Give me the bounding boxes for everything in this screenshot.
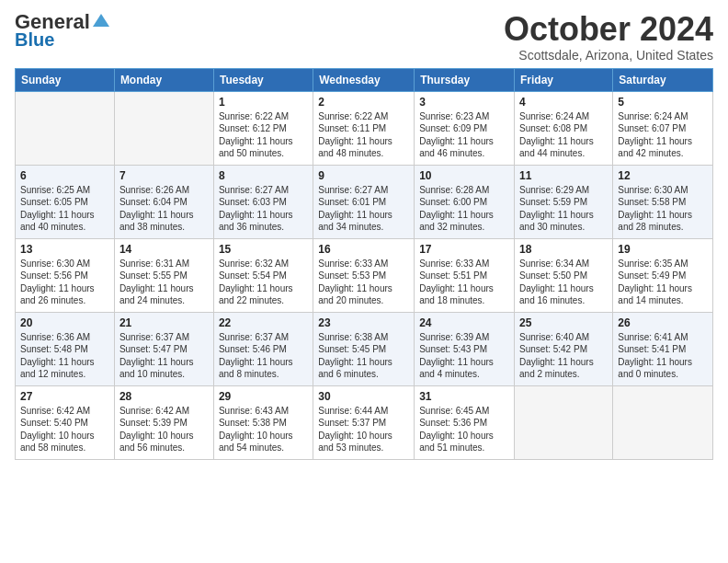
day-info: Sunrise: 6:44 AM Sunset: 5:37 PM Dayligh…: [318, 405, 409, 454]
calendar-table: SundayMondayTuesdayWednesdayThursdayFrid…: [15, 68, 713, 460]
day-number: 26: [618, 316, 708, 329]
calendar-cell: 17Sunrise: 6:33 AM Sunset: 5:51 PM Dayli…: [415, 238, 515, 312]
day-number: 1: [219, 96, 308, 109]
day-info: Sunrise: 6:37 AM Sunset: 5:47 PM Dayligh…: [119, 331, 209, 381]
day-info: Sunrise: 6:27 AM Sunset: 6:01 PM Dayligh…: [318, 184, 409, 234]
day-info: Sunrise: 6:41 AM Sunset: 5:41 PM Dayligh…: [618, 331, 708, 381]
day-number: 3: [419, 96, 509, 109]
calendar-cell: 11Sunrise: 6:29 AM Sunset: 5:59 PM Dayli…: [515, 165, 613, 238]
calendar-cell: 2Sunrise: 6:22 AM Sunset: 6:11 PM Daylig…: [313, 91, 415, 165]
calendar-cell: 23Sunrise: 6:38 AM Sunset: 5:45 PM Dayli…: [313, 312, 415, 385]
day-number: 27: [20, 390, 109, 403]
day-number: 23: [318, 316, 409, 329]
calendar-week-row: 27Sunrise: 6:42 AM Sunset: 5:40 PM Dayli…: [16, 385, 713, 459]
day-number: 7: [119, 169, 209, 182]
calendar-cell: 25Sunrise: 6:40 AM Sunset: 5:42 PM Dayli…: [515, 312, 613, 385]
calendar-week-row: 20Sunrise: 6:36 AM Sunset: 5:48 PM Dayli…: [16, 312, 713, 385]
day-info: Sunrise: 6:42 AM Sunset: 5:39 PM Dayligh…: [119, 405, 209, 454]
location: Scottsdale, Arizona, United States: [504, 48, 713, 63]
day-of-week-tuesday: Tuesday: [213, 68, 313, 91]
calendar-cell: 5Sunrise: 6:24 AM Sunset: 6:07 PM Daylig…: [613, 91, 713, 165]
calendar-header-row: SundayMondayTuesdayWednesdayThursdayFrid…: [16, 68, 713, 91]
day-info: Sunrise: 6:42 AM Sunset: 5:40 PM Dayligh…: [20, 405, 109, 454]
calendar-cell: [515, 385, 613, 459]
day-number: 14: [119, 243, 209, 256]
day-number: 2: [318, 96, 409, 109]
day-number: 22: [219, 316, 308, 329]
day-info: Sunrise: 6:43 AM Sunset: 5:38 PM Dayligh…: [219, 405, 308, 454]
title-area: October 2024 Scottsdale, Arizona, United…: [504, 11, 713, 63]
day-number: 5: [618, 96, 708, 109]
day-number: 11: [519, 169, 608, 182]
calendar-cell: 12Sunrise: 6:30 AM Sunset: 5:58 PM Dayli…: [613, 165, 713, 238]
day-number: 13: [20, 243, 109, 256]
calendar-week-row: 1Sunrise: 6:22 AM Sunset: 6:12 PM Daylig…: [16, 91, 713, 165]
calendar-week-row: 13Sunrise: 6:30 AM Sunset: 5:56 PM Dayli…: [16, 238, 713, 312]
day-number: 18: [519, 243, 608, 256]
day-info: Sunrise: 6:23 AM Sunset: 6:09 PM Dayligh…: [419, 110, 509, 160]
calendar-cell: 18Sunrise: 6:34 AM Sunset: 5:50 PM Dayli…: [515, 238, 613, 312]
day-info: Sunrise: 6:29 AM Sunset: 5:59 PM Dayligh…: [519, 184, 608, 234]
calendar-cell: 31Sunrise: 6:45 AM Sunset: 5:36 PM Dayli…: [415, 385, 515, 459]
day-info: Sunrise: 6:33 AM Sunset: 5:51 PM Dayligh…: [419, 258, 509, 307]
day-number: 6: [20, 169, 109, 182]
day-info: Sunrise: 6:35 AM Sunset: 5:49 PM Dayligh…: [618, 258, 708, 307]
day-number: 17: [419, 243, 509, 256]
day-of-week-thursday: Thursday: [415, 68, 515, 91]
calendar-cell: [114, 91, 213, 165]
day-number: 9: [318, 169, 409, 182]
day-number: 12: [618, 169, 708, 182]
calendar-cell: 30Sunrise: 6:44 AM Sunset: 5:37 PM Dayli…: [313, 385, 415, 459]
day-info: Sunrise: 6:37 AM Sunset: 5:46 PM Dayligh…: [219, 331, 308, 381]
day-info: Sunrise: 6:30 AM Sunset: 5:58 PM Dayligh…: [618, 184, 708, 234]
day-info: Sunrise: 6:39 AM Sunset: 5:43 PM Dayligh…: [419, 331, 509, 381]
calendar-week-row: 6Sunrise: 6:25 AM Sunset: 6:05 PM Daylig…: [16, 165, 713, 238]
day-of-week-monday: Monday: [114, 68, 213, 91]
calendar-cell: 29Sunrise: 6:43 AM Sunset: 5:38 PM Dayli…: [213, 385, 313, 459]
day-number: 16: [318, 243, 409, 256]
day-of-week-saturday: Saturday: [613, 68, 713, 91]
day-number: 15: [219, 243, 308, 256]
calendar-cell: 3Sunrise: 6:23 AM Sunset: 6:09 PM Daylig…: [415, 91, 515, 165]
day-number: 4: [519, 96, 608, 109]
calendar-cell: 8Sunrise: 6:27 AM Sunset: 6:03 PM Daylig…: [213, 165, 313, 238]
day-number: 10: [419, 169, 509, 182]
month-title: October 2024: [504, 11, 713, 48]
day-info: Sunrise: 6:27 AM Sunset: 6:03 PM Dayligh…: [219, 184, 308, 234]
day-number: 30: [318, 390, 409, 403]
day-info: Sunrise: 6:32 AM Sunset: 5:54 PM Dayligh…: [219, 258, 308, 307]
day-info: Sunrise: 6:31 AM Sunset: 5:55 PM Dayligh…: [119, 258, 209, 307]
day-of-week-friday: Friday: [515, 68, 613, 91]
calendar-cell: 22Sunrise: 6:37 AM Sunset: 5:46 PM Dayli…: [213, 312, 313, 385]
day-of-week-wednesday: Wednesday: [313, 68, 415, 91]
calendar-cell: 28Sunrise: 6:42 AM Sunset: 5:39 PM Dayli…: [114, 385, 213, 459]
calendar-cell: 16Sunrise: 6:33 AM Sunset: 5:53 PM Dayli…: [313, 238, 415, 312]
day-number: 28: [119, 390, 209, 403]
calendar-cell: 27Sunrise: 6:42 AM Sunset: 5:40 PM Dayli…: [16, 385, 115, 459]
calendar-cell: 26Sunrise: 6:41 AM Sunset: 5:41 PM Dayli…: [613, 312, 713, 385]
day-info: Sunrise: 6:33 AM Sunset: 5:53 PM Dayligh…: [318, 258, 409, 307]
day-number: 25: [519, 316, 608, 329]
day-number: 31: [419, 390, 509, 403]
calendar-cell: 7Sunrise: 6:26 AM Sunset: 6:04 PM Daylig…: [114, 165, 213, 238]
calendar-cell: 24Sunrise: 6:39 AM Sunset: 5:43 PM Dayli…: [415, 312, 515, 385]
day-info: Sunrise: 6:30 AM Sunset: 5:56 PM Dayligh…: [20, 258, 109, 307]
day-number: 20: [20, 316, 109, 329]
calendar-cell: 1Sunrise: 6:22 AM Sunset: 6:12 PM Daylig…: [213, 91, 313, 165]
day-info: Sunrise: 6:36 AM Sunset: 5:48 PM Dayligh…: [20, 331, 109, 381]
day-info: Sunrise: 6:22 AM Sunset: 6:11 PM Dayligh…: [318, 110, 409, 160]
day-info: Sunrise: 6:25 AM Sunset: 6:05 PM Dayligh…: [20, 184, 109, 234]
day-of-week-sunday: Sunday: [16, 68, 115, 91]
calendar-cell: 6Sunrise: 6:25 AM Sunset: 6:05 PM Daylig…: [16, 165, 115, 238]
calendar-cell: 4Sunrise: 6:24 AM Sunset: 6:08 PM Daylig…: [515, 91, 613, 165]
day-info: Sunrise: 6:28 AM Sunset: 6:00 PM Dayligh…: [419, 184, 509, 234]
calendar-cell: 21Sunrise: 6:37 AM Sunset: 5:47 PM Dayli…: [114, 312, 213, 385]
logo-icon: [93, 12, 109, 29]
day-info: Sunrise: 6:22 AM Sunset: 6:12 PM Dayligh…: [219, 110, 308, 160]
day-number: 19: [618, 243, 708, 256]
svg-marker-0: [93, 14, 109, 27]
header: General Blue October 2024 Scottsdale, Ar…: [15, 11, 713, 63]
day-info: Sunrise: 6:38 AM Sunset: 5:45 PM Dayligh…: [318, 331, 409, 381]
calendar-cell: 20Sunrise: 6:36 AM Sunset: 5:48 PM Dayli…: [16, 312, 115, 385]
day-info: Sunrise: 6:45 AM Sunset: 5:36 PM Dayligh…: [419, 405, 509, 454]
